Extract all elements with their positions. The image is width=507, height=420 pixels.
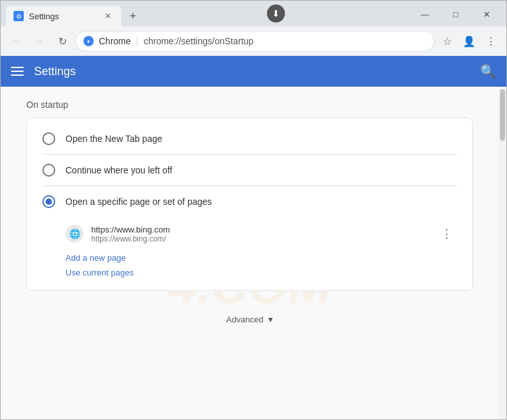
window-controls: — □ ✕ [410,6,501,22]
download-icon[interactable]: ⬇ [267,4,285,22]
profile-button[interactable]: 👤 [459,31,479,51]
main-content: PC 4.COM On startup Open the New Tab pag… [1,87,506,419]
radio-specific-page[interactable] [42,195,55,208]
settings-search-button[interactable]: 🔍 [480,64,496,79]
page-full-url: https://www.bing.com/ [91,234,429,243]
advanced-label: Advanced [227,315,264,324]
on-startup-section: On startup Open the New Tab page Continu… [26,100,473,331]
close-button[interactable]: ✕ [472,6,501,22]
back-button[interactable]: ← [6,31,26,51]
radio-new-tab[interactable] [42,132,55,145]
option-continue[interactable]: Continue where you left off [27,155,472,186]
option-new-tab[interactable]: Open the New Tab page [27,123,472,154]
use-current-pages-link[interactable]: Use current pages [65,268,434,277]
toolbar-icons: ☆ 👤 ⋮ [437,31,501,51]
advanced-section[interactable]: Advanced ▾ [26,301,473,331]
tab-close-button[interactable]: ✕ [102,10,114,22]
option-specific-page-label: Open a specific page or set of pages [65,197,212,207]
active-tab[interactable]: ⚙ Settings ✕ [6,6,121,26]
add-new-page-link[interactable]: Add a new page [65,253,434,263]
address-separator: | [136,35,139,47]
maximize-button[interactable]: □ [441,6,470,22]
page-more-options-button[interactable]: ⋮ [436,223,457,244]
address-bar[interactable]: ● Chrome | chrome://settings/onStartup [75,31,434,51]
refresh-button[interactable]: ↻ [52,31,73,51]
tab-title: Settings [29,12,59,21]
address-bar-row: ← → ↻ ● Chrome | chrome://settings/onSta… [1,26,506,56]
page-entry-bing: 🌐 https://www.bing.com https://www.bing.… [27,217,472,250]
option-specific-page[interactable]: Open a specific page or set of pages [27,186,472,217]
action-links: Add a new page Use current pages [27,250,472,285]
scrollbar-thumb[interactable] [500,89,505,141]
page-entry-icon: 🌐 [65,225,83,243]
title-bar: ⚙ Settings ✕ + ⬇ — □ ✕ [1,1,506,26]
scrollbar-track[interactable] [499,87,506,419]
settings-header: Settings 🔍 [1,56,506,87]
page-entry-text: https://www.bing.com https://www.bing.co… [91,225,429,243]
options-card: Open the New Tab page Continue where you… [26,118,473,291]
content-area: PC 4.COM On startup Open the New Tab pag… [1,87,499,419]
tab-favicon: ⚙ [13,11,24,21]
radio-continue[interactable] [42,164,55,177]
hamburger-menu-button[interactable] [11,67,24,76]
forward-button[interactable]: → [29,31,49,51]
chrome-menu-button[interactable]: ⋮ [481,31,501,51]
site-icon: ● [83,36,94,46]
bookmark-button[interactable]: ☆ [437,31,458,51]
browser-window: ⚙ Settings ✕ + ⬇ — □ ✕ ← [0,0,507,420]
advanced-chevron-icon: ▾ [268,314,273,324]
settings-page-title: Settings [34,65,76,78]
page-display-url: https://www.bing.com [91,225,429,234]
option-continue-label: Continue where you left off [65,165,172,175]
minimize-button[interactable]: — [410,6,440,22]
option-new-tab-label: Open the New Tab page [65,134,162,144]
site-name: Chrome [99,36,131,46]
section-title: On startup [26,100,473,110]
address-url: chrome://settings/onStartup [144,36,254,46]
new-tab-button[interactable]: + [124,7,142,25]
